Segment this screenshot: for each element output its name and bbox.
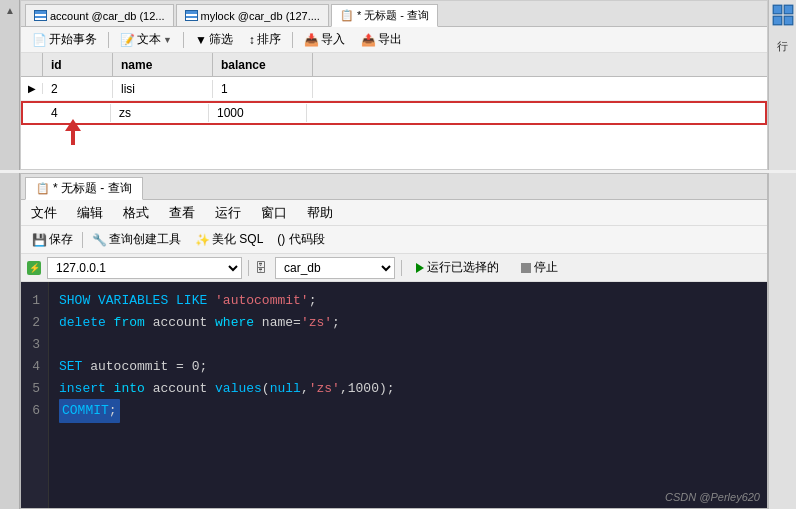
top-toolbar: 📄 开始事务 📝 文本 ▼ ▼ 筛选 ↕ 排序 📥 导入 📤 导出 bbox=[21, 27, 767, 53]
table-row[interactable]: ▶ 2 lisi 1 bbox=[21, 77, 767, 101]
table-icon bbox=[34, 10, 47, 21]
svg-rect-1 bbox=[784, 5, 793, 14]
code-line-3 bbox=[59, 334, 757, 356]
code-line-1: SHOW VARIABLES LIKE 'autocommit'; bbox=[59, 290, 757, 312]
query-builder-btn[interactable]: 🔧 查询创建工具 bbox=[87, 229, 186, 250]
bottom-left-sidebar bbox=[0, 173, 20, 509]
text-btn[interactable]: 📝 文本 ▼ bbox=[115, 30, 177, 49]
bottom-tab-untitled[interactable]: 📋 * 无标题 - 查询 bbox=[25, 177, 143, 200]
header-balance: balance bbox=[213, 53, 313, 76]
connection-bar: ⚡ 127.0.0.1 🗄 car_db 运行已选择的 停止 bbox=[21, 254, 767, 282]
sort-btn[interactable]: ↕ 排序 bbox=[244, 30, 286, 49]
top-tab-bar: account @car_db (12... mylock @car_db (1… bbox=[21, 1, 767, 27]
menu-help[interactable]: 帮助 bbox=[303, 202, 337, 224]
top-left-corner: ▲ bbox=[0, 0, 20, 170]
right-panel-top: 行 bbox=[768, 0, 796, 170]
menu-edit[interactable]: 编辑 bbox=[73, 202, 107, 224]
run-label: 运行已选择的 bbox=[427, 259, 499, 276]
cell-balance-1: 1 bbox=[213, 80, 313, 98]
sort-label: 排序 bbox=[257, 31, 281, 48]
top-panel: account @car_db (12... mylock @car_db (1… bbox=[20, 0, 768, 170]
host-select[interactable]: 127.0.0.1 bbox=[47, 257, 242, 279]
code-segment-btn[interactable]: () 代码段 bbox=[272, 229, 329, 250]
toolbar-divider3 bbox=[292, 32, 293, 48]
toolbar-divider1 bbox=[108, 32, 109, 48]
db-select[interactable]: car_db bbox=[275, 257, 395, 279]
bottom-panel: 📋 * 无标题 - 查询 文件 编辑 格式 查看 运行 窗口 帮助 💾 保存 🔧… bbox=[20, 173, 768, 509]
cell-balance-2: 1000 bbox=[209, 104, 307, 122]
run-icon bbox=[416, 263, 424, 273]
collapse-icon[interactable]: ▲ bbox=[0, 0, 20, 20]
code-content[interactable]: SHOW VARIABLES LIKE 'autocommit'; delete… bbox=[49, 282, 767, 508]
text-dropdown-icon: ▼ bbox=[163, 35, 172, 45]
line-num-4: 4 bbox=[29, 356, 40, 378]
filter-btn[interactable]: ▼ 筛选 bbox=[190, 30, 238, 49]
right-panel-bottom bbox=[768, 173, 796, 509]
import-btn[interactable]: 📥 导入 bbox=[299, 30, 350, 49]
grid-header: id name balance bbox=[21, 53, 767, 77]
menu-window[interactable]: 窗口 bbox=[257, 202, 291, 224]
beautify-label: 美化 SQL bbox=[212, 231, 263, 248]
table-row-selected[interactable]: 4 zs 1000 bbox=[21, 101, 767, 125]
toolbar-div1 bbox=[82, 232, 83, 248]
line-num-6: 6 bbox=[29, 400, 40, 422]
line-num-3: 3 bbox=[29, 334, 40, 356]
query-builder-icon: 🔧 bbox=[92, 233, 107, 247]
bottom-tab-icon: 📋 bbox=[36, 182, 50, 195]
header-indicator bbox=[21, 53, 43, 76]
query-builder-label: 查询创建工具 bbox=[109, 231, 181, 248]
code-line-4: SET autocommit = 0; bbox=[59, 356, 757, 378]
header-name: name bbox=[113, 53, 213, 76]
grid-view-icon[interactable] bbox=[772, 4, 794, 26]
export-label: 导出 bbox=[378, 31, 402, 48]
code-line-6: COMMIT; bbox=[59, 400, 757, 422]
export-icon: 📤 bbox=[361, 33, 376, 47]
line-num-5: 5 bbox=[29, 378, 40, 400]
transaction-icon: 📄 bbox=[32, 33, 47, 47]
connection-divider bbox=[248, 260, 249, 276]
beautify-btn[interactable]: ✨ 美化 SQL bbox=[190, 229, 268, 250]
tab-mylock[interactable]: mylock @car_db (127.... bbox=[176, 4, 329, 26]
code-segment-label: () 代码段 bbox=[277, 231, 324, 248]
stop-icon bbox=[521, 263, 531, 273]
toolbar-divider2 bbox=[183, 32, 184, 48]
row-indicator-1: ▶ bbox=[21, 83, 43, 94]
line-num-2: 2 bbox=[29, 312, 40, 334]
tab-untitled-label: * 无标题 - 查询 bbox=[357, 8, 429, 23]
watermark: CSDN @Perley620 bbox=[665, 491, 760, 503]
import-label: 导入 bbox=[321, 31, 345, 48]
menu-view[interactable]: 查看 bbox=[165, 202, 199, 224]
save-btn[interactable]: 💾 保存 bbox=[27, 229, 78, 250]
menu-file[interactable]: 文件 bbox=[27, 202, 61, 224]
export-btn[interactable]: 📤 导出 bbox=[356, 30, 407, 49]
text-label: 文本 bbox=[137, 31, 161, 48]
menu-run[interactable]: 运行 bbox=[211, 202, 245, 224]
start-transaction-btn[interactable]: 📄 开始事务 bbox=[27, 30, 102, 49]
connection-divider2 bbox=[401, 260, 402, 276]
text-icon: 📝 bbox=[120, 33, 135, 47]
run-selected-btn[interactable]: 运行已选择的 bbox=[408, 257, 507, 278]
cell-id-1: 2 bbox=[43, 80, 113, 98]
cell-name-1: lisi bbox=[113, 80, 213, 98]
db-icon: 🗄 bbox=[255, 261, 269, 275]
save-label: 保存 bbox=[49, 231, 73, 248]
table-icon2 bbox=[185, 10, 198, 21]
menu-format[interactable]: 格式 bbox=[119, 202, 153, 224]
tab-mylock-label: mylock @car_db (127.... bbox=[201, 10, 320, 22]
filter-icon: ▼ bbox=[195, 33, 207, 47]
cell-name-2: zs bbox=[111, 104, 209, 122]
tab-account[interactable]: account @car_db (12... bbox=[25, 4, 174, 26]
data-grid: id name balance ▶ 2 lisi 1 4 zs 1000 bbox=[21, 53, 767, 125]
stop-btn[interactable]: 停止 bbox=[513, 257, 566, 278]
tab-untitled[interactable]: 📋 * 无标题 - 查询 bbox=[331, 4, 438, 27]
grid-icon-svg bbox=[772, 4, 794, 26]
start-transaction-label: 开始事务 bbox=[49, 31, 97, 48]
editor-toolbar: 💾 保存 🔧 查询创建工具 ✨ 美化 SQL () 代码段 bbox=[21, 226, 767, 254]
tab-account-label: account @car_db (12... bbox=[50, 10, 165, 22]
connection-icon: ⚡ bbox=[27, 261, 41, 275]
line-num-1: 1 bbox=[29, 290, 40, 312]
query-icon: 📋 bbox=[340, 9, 354, 22]
save-icon: 💾 bbox=[32, 233, 47, 247]
import-icon: 📥 bbox=[304, 33, 319, 47]
sort-icon: ↕ bbox=[249, 33, 255, 47]
